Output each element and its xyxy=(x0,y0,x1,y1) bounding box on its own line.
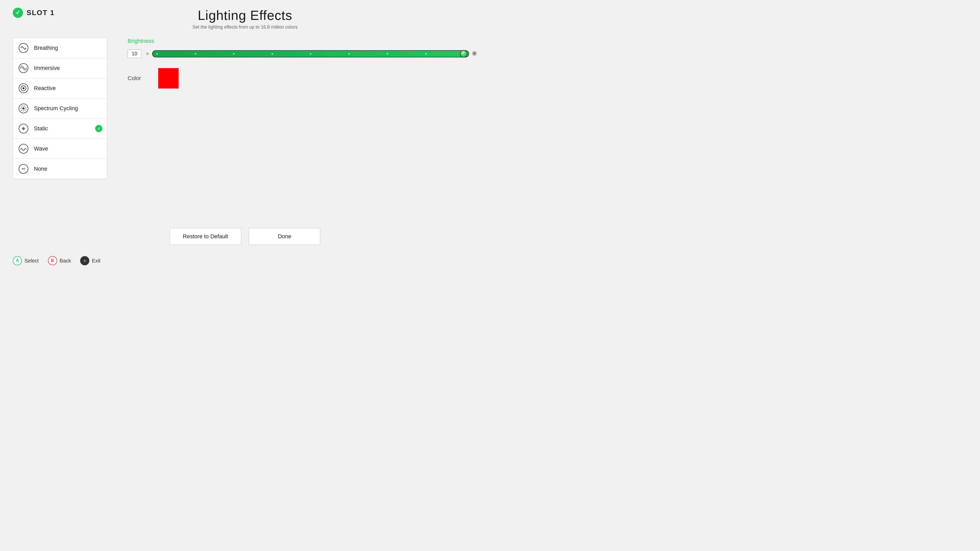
settings-panel: Brightness 10 ☀ xyxy=(127,38,477,89)
hint-exit: ≡ Exit xyxy=(80,256,100,265)
brightness-slider-wrapper[interactable]: ☀ ✺ xyxy=(145,50,477,58)
reactive-icon xyxy=(18,83,29,94)
wave-icon xyxy=(18,143,29,155)
page-title-area: Lighting Effects Set the lighting effect… xyxy=(192,8,298,30)
hint-back: B Back xyxy=(48,256,71,265)
effect-name-spectrum-cycling: Spectrum Cycling xyxy=(34,105,102,112)
brightness-value: 10 xyxy=(127,49,142,58)
color-swatch[interactable] xyxy=(158,68,179,89)
brightness-control: 10 ☀ ✺ xyxy=(127,49,477,58)
a-button-icon: A xyxy=(13,256,22,265)
bottom-buttons: Restore to Default Done xyxy=(170,228,320,245)
slider-dot xyxy=(387,53,388,55)
none-icon xyxy=(18,163,29,175)
brightness-slider-thumb[interactable] xyxy=(460,50,468,58)
slider-dots xyxy=(153,53,469,55)
b-button-icon: B xyxy=(48,256,57,265)
slot-label: SLOT 1 xyxy=(27,9,55,17)
slot-header: ✓ SLOT 1 xyxy=(13,8,55,18)
select-hint-label: Select xyxy=(24,258,39,264)
immersive-icon xyxy=(18,62,29,74)
effect-item-none[interactable]: None xyxy=(13,159,107,179)
spectrum-cycling-icon xyxy=(18,103,29,114)
brightness-label: Brightness xyxy=(127,38,477,44)
exit-hint-label: Exit xyxy=(92,258,100,264)
restore-default-button[interactable]: Restore to Default xyxy=(170,228,241,245)
slot-check-icon: ✓ xyxy=(13,8,23,18)
color-label: Color xyxy=(127,75,148,82)
brightness-row: Brightness 10 ☀ xyxy=(127,38,477,58)
effect-item-static[interactable]: Static ✓ xyxy=(13,119,107,139)
effect-name-none: None xyxy=(34,165,102,172)
hint-select: A Select xyxy=(13,256,39,265)
effect-name-breathing: Breathing xyxy=(34,44,102,51)
slider-dot xyxy=(195,53,196,55)
controller-hints: A Select B Back ≡ Exit xyxy=(13,256,100,265)
svg-point-9 xyxy=(19,144,28,153)
effect-item-immersive[interactable]: Immersive xyxy=(13,58,107,78)
effect-item-breathing[interactable]: Breathing xyxy=(13,38,107,58)
effect-name-wave: Wave xyxy=(34,145,102,152)
brightness-bright-icon: ✺ xyxy=(472,50,477,58)
menu-button-icon: ≡ xyxy=(80,256,89,265)
slider-dot xyxy=(156,53,158,55)
slider-dot xyxy=(233,53,234,55)
effect-item-spectrum-cycling[interactable]: Spectrum Cycling xyxy=(13,98,107,119)
page-title: Lighting Effects xyxy=(192,8,298,23)
color-row: Color xyxy=(127,68,477,89)
breathing-icon xyxy=(18,42,29,54)
slider-dot xyxy=(425,53,427,55)
effect-list: Breathing Immersive Reactive xyxy=(13,38,107,179)
static-icon xyxy=(18,123,29,135)
static-selected-check: ✓ xyxy=(95,125,102,132)
svg-point-7 xyxy=(23,108,24,109)
done-button[interactable]: Done xyxy=(249,228,320,245)
slider-dot xyxy=(348,53,350,55)
effect-item-wave[interactable]: Wave xyxy=(13,139,107,159)
effect-name-immersive: Immersive xyxy=(34,65,102,71)
effect-name-reactive: Reactive xyxy=(34,85,102,92)
brightness-dim-icon: ☀ xyxy=(145,51,150,57)
svg-point-4 xyxy=(23,87,24,89)
back-hint-label: Back xyxy=(60,258,71,264)
effect-name-static: Static xyxy=(34,125,91,132)
page-subtitle: Set the lighting effects from up to 16.8… xyxy=(192,24,298,30)
slider-dot xyxy=(310,53,311,55)
effect-item-reactive[interactable]: Reactive xyxy=(13,78,107,98)
brightness-slider-track[interactable] xyxy=(152,50,469,57)
slider-dot xyxy=(272,53,273,55)
